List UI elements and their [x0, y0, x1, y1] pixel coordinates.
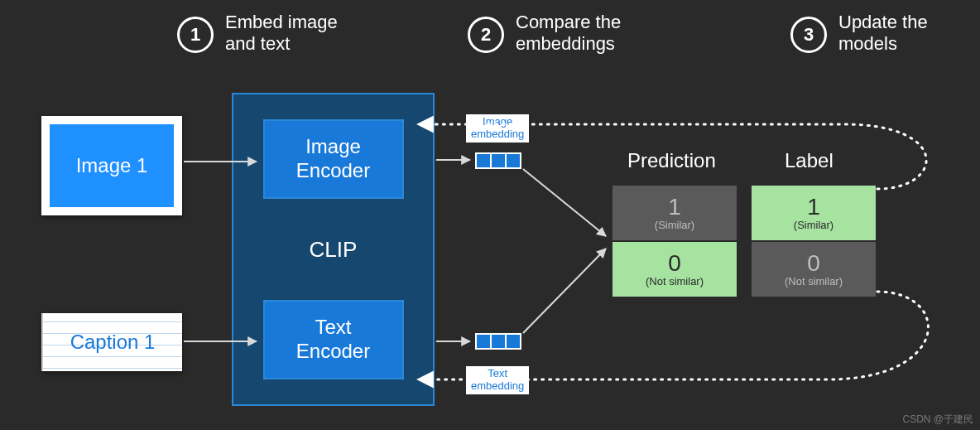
step-badge-2: 2 — [468, 17, 504, 53]
prediction-cell-similar: 1 (Similar) — [612, 186, 737, 240]
cell-value: 0 — [807, 252, 820, 275]
step-text-1: Embed image and text — [225, 12, 338, 56]
cell-value: 0 — [668, 252, 681, 275]
image-card: Image 1 — [41, 116, 182, 215]
cell-note: (Not similar) — [785, 275, 843, 287]
label-cell-not-similar: 0 (Not similar) — [752, 242, 876, 297]
step-badge-3: 3 — [790, 17, 827, 53]
cell-note: (Similar) — [655, 219, 694, 231]
step-number: 1 — [190, 24, 200, 46]
step-text-3: Update the models — [838, 12, 928, 56]
cell-note: (Similar) — [794, 219, 833, 231]
cell-value: 1 — [668, 196, 681, 219]
label-cell-similar: 1 (Similar) — [752, 186, 876, 240]
caption-label: Caption 1 — [70, 331, 156, 354]
cell-note: (Not similar) — [646, 275, 704, 287]
text-encoder-box: Text Encoder — [263, 300, 404, 379]
image-label: Image 1 — [76, 154, 148, 177]
text-embedding-label: Text embedding — [466, 366, 529, 394]
step-number: 2 — [481, 24, 491, 46]
svg-line-5 — [523, 249, 606, 333]
prediction-cell-not-similar: 0 (Not similar) — [612, 242, 737, 297]
caption-card: Caption 1 — [41, 313, 182, 371]
label-header: Label — [785, 149, 833, 172]
step-number: 3 — [804, 24, 814, 46]
clip-title: CLIP — [310, 237, 358, 263]
text-embedding-vector — [475, 333, 520, 350]
clip-module: Image Encoder CLIP Text Encoder — [232, 93, 435, 406]
image-embedding-vector — [475, 152, 520, 169]
step-badge-1: 1 — [177, 17, 214, 53]
prediction-header: Prediction — [627, 149, 716, 172]
image-thumbnail: Image 1 — [50, 124, 174, 207]
watermark: CSDN @于建民 — [902, 413, 973, 427]
image-embedding-label: Image embedding — [466, 114, 529, 143]
step-text-2: Compare the embeddings — [516, 12, 621, 56]
image-encoder-box: Image Encoder — [263, 119, 404, 199]
cell-value: 1 — [807, 196, 820, 219]
svg-line-4 — [523, 169, 606, 236]
